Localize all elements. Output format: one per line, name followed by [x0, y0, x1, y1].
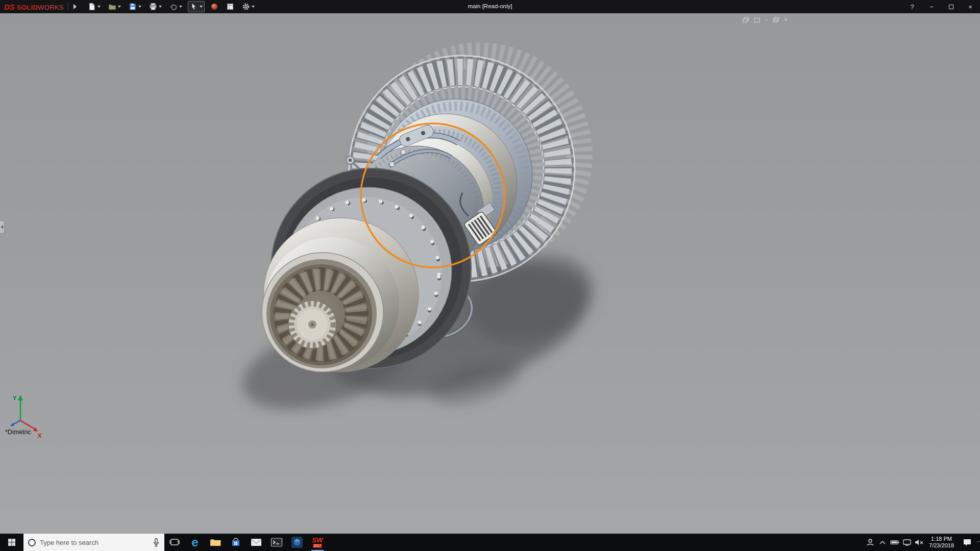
rebuild-button[interactable]: [208, 1, 220, 12]
new-document-icon: [88, 3, 96, 11]
undo-button[interactable]: [167, 1, 184, 12]
network-icon: [902, 539, 912, 546]
graphics-area[interactable]: − × Y X *Dimetric: [0, 13, 980, 534]
solidworks-app-icon: SW 2017: [312, 537, 323, 548]
titlebar-separator: [68, 3, 68, 11]
doc-close-button[interactable]: ×: [784, 16, 788, 23]
restore-icon: [743, 17, 749, 23]
toolbar-expand-button[interactable]: [72, 3, 78, 10]
doc-maximize-button[interactable]: [773, 17, 779, 23]
print-button[interactable]: [147, 1, 164, 12]
file-properties-icon: [226, 3, 234, 11]
logo-solid-text: SOLID: [17, 4, 38, 11]
windows-taskbar: e: [0, 534, 980, 551]
command-prompt-button[interactable]: [266, 534, 287, 551]
titlebar: DS SOLIDWORKS: [0, 0, 980, 13]
dropdown-caret[interactable]: [252, 6, 255, 8]
maximize-icon: [949, 5, 953, 9]
battery-button[interactable]: [889, 534, 901, 551]
task-view-button[interactable]: [164, 534, 185, 551]
doc-minimize-button[interactable]: −: [765, 16, 768, 23]
cad-viewer-button[interactable]: [287, 534, 307, 551]
person-icon: [866, 538, 875, 546]
microphone-icon: [153, 538, 160, 547]
chevron-left-icon: [1, 225, 3, 229]
dropdown-caret[interactable]: [118, 6, 121, 8]
chevron-up-icon: [879, 540, 886, 545]
mail-button[interactable]: [246, 534, 266, 551]
system-tray: 1:18 PM 7/23/2018: [864, 534, 980, 551]
dropdown-caret[interactable]: [200, 6, 203, 8]
doc-window-button[interactable]: [754, 17, 760, 23]
document-title: main [Read-only]: [468, 3, 512, 9]
maximize-icon: [773, 17, 779, 23]
file-explorer-button[interactable]: [205, 534, 226, 551]
undo-icon: [169, 3, 178, 11]
new-document-button[interactable]: [86, 1, 103, 12]
dropdown-caret[interactable]: [159, 6, 162, 8]
store-bag-icon: [230, 537, 241, 548]
select-cursor-icon: [190, 3, 198, 11]
logo-works-text: WORKS: [38, 4, 64, 11]
dropdown-caret[interactable]: [97, 6, 101, 8]
solidworks-app-button[interactable]: SW 2017: [307, 534, 328, 551]
triad-y-label: Y: [13, 395, 17, 401]
solidworks-logo: DS SOLIDWORKS: [0, 3, 64, 11]
select-tool-button[interactable]: [188, 1, 205, 12]
microphone-button[interactable]: [153, 538, 160, 547]
network-button[interactable]: [901, 534, 913, 551]
cortana-icon[interactable]: [28, 539, 36, 546]
action-center-icon: [962, 538, 972, 547]
maximize-button[interactable]: [941, 0, 961, 13]
solidworks-window: DS SOLIDWORKS: [0, 0, 980, 551]
search-input[interactable]: [40, 539, 149, 546]
options-button[interactable]: [240, 1, 257, 12]
ds-logo: DS: [4, 3, 15, 11]
triad-x-label: X: [38, 433, 42, 439]
print-icon: [149, 3, 157, 11]
doc-restore-button[interactable]: [743, 17, 749, 23]
store-button[interactable]: [226, 534, 246, 551]
open-folder-icon: [108, 3, 116, 11]
engine-model-scene[interactable]: [0, 13, 980, 534]
mail-envelope-icon: [250, 537, 262, 547]
expand-arrow-icon: [74, 4, 77, 9]
volume-button[interactable]: [913, 534, 925, 551]
folder-icon: [209, 537, 222, 548]
people-button[interactable]: [864, 534, 876, 551]
taskbar-search[interactable]: [23, 534, 164, 551]
dropdown-caret[interactable]: [179, 6, 182, 8]
open-button[interactable]: [106, 1, 123, 12]
edge-browser-button[interactable]: e: [185, 534, 205, 551]
edge-icon: e: [191, 536, 198, 548]
blue-cube-app-icon: [291, 536, 303, 548]
clock-time: 1:18 PM: [929, 536, 954, 542]
panel-collapse-tab[interactable]: [0, 220, 5, 234]
save-button[interactable]: [127, 1, 143, 12]
clock-date: 7/23/2018: [929, 542, 954, 549]
taskbar-clock[interactable]: 1:18 PM 7/23/2018: [925, 536, 958, 549]
window-icon: [754, 17, 760, 23]
save-icon: [129, 3, 137, 11]
show-desktop-button[interactable]: [977, 541, 980, 543]
close-button[interactable]: ×: [961, 0, 980, 13]
file-properties-button[interactable]: [224, 1, 236, 12]
document-window-controls: − ×: [743, 16, 788, 23]
view-orientation-label: *Dimetric: [5, 429, 31, 436]
action-center-button[interactable]: [958, 538, 977, 547]
start-button[interactable]: [0, 534, 23, 551]
rebuild-icon: [210, 3, 218, 11]
quick-access-toolbar: [86, 1, 257, 12]
gear-icon: [242, 3, 250, 11]
task-view-icon: [169, 537, 180, 548]
terminal-icon: [271, 537, 283, 547]
window-controls: ? − ×: [902, 0, 980, 13]
minimize-button[interactable]: −: [922, 0, 941, 13]
windows-logo-icon: [8, 538, 16, 546]
speaker-muted-icon: [914, 539, 924, 546]
dropdown-caret[interactable]: [138, 6, 141, 8]
help-button[interactable]: ?: [902, 0, 922, 13]
battery-icon: [890, 539, 899, 545]
tray-overflow-button[interactable]: [876, 534, 889, 551]
